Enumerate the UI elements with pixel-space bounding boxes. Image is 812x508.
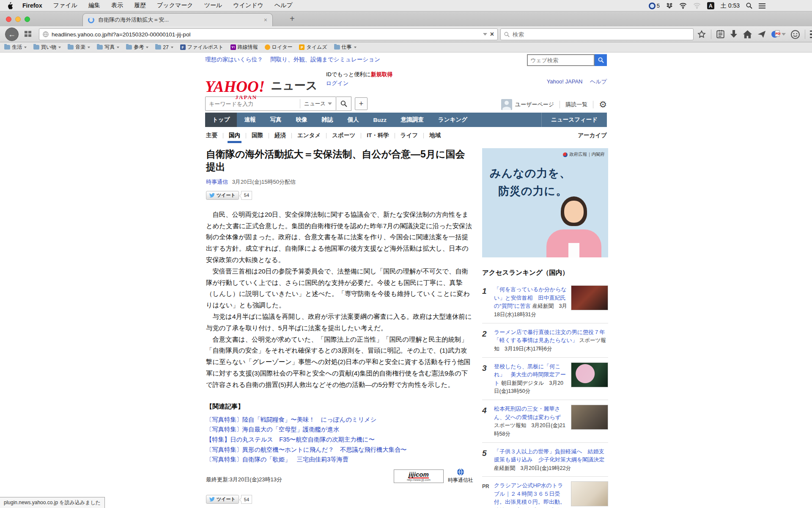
nav-flash[interactable]: 速報 [237, 113, 263, 127]
site-identity-globe-icon[interactable] [43, 31, 49, 37]
cat-archive[interactable]: アーカイブ [578, 132, 607, 139]
pr-link[interactable]: クラシアン公式HP水のトラブル｜２４時間３６５日受付。出張見積０円。即出動。他社… [494, 482, 566, 508]
gear-icon[interactable]: ⚙ [599, 99, 607, 110]
menu-firefox[interactable]: Firefox [22, 2, 42, 9]
url-bar[interactable]: × [39, 28, 498, 40]
url-input[interactable] [52, 31, 480, 38]
related-link[interactable]: 【特集】日の丸ステルス F35〜航空自衛隊の次期主力機に〜 [206, 435, 473, 445]
menu-window[interactable]: ウインドウ [233, 2, 263, 9]
cat-sports[interactable]: スポーツ [326, 132, 361, 139]
bookmark-folder-work[interactable]: 仕事 [334, 44, 357, 51]
related-link[interactable]: 〔写真特集〕陸自「戦闘糧食」〜美味！ にっぽんのミリメシ [206, 415, 473, 425]
menu-view[interactable]: 表示 [111, 2, 123, 9]
close-window-button[interactable] [6, 17, 11, 22]
dropbox-icon[interactable] [666, 3, 673, 9]
user-page-link[interactable]: ユーザーページ [515, 101, 554, 108]
pr-thumbnail[interactable] [571, 481, 608, 506]
cat-entertainment[interactable]: エンタメ [292, 132, 326, 139]
add-search-button[interactable]: + [355, 97, 368, 110]
notification-center-icon[interactable] [759, 3, 765, 8]
cat-domestic[interactable]: 国内 [223, 132, 246, 139]
nav-ranking[interactable]: ランキング [431, 113, 475, 127]
ranking-thumbnail[interactable] [571, 285, 608, 310]
web-search-button[interactable] [595, 54, 607, 66]
menu-edit[interactable]: 編集 [88, 2, 100, 9]
nav-photo[interactable]: 写真 [263, 113, 288, 127]
cat-economy[interactable]: 経済 [269, 132, 291, 139]
source-link[interactable]: 時事通信 [206, 179, 228, 185]
login-link[interactable]: ログイン [326, 79, 393, 88]
browser-search-field[interactable] [500, 28, 694, 40]
nav-top[interactable]: トップ [205, 113, 237, 127]
cat-major[interactable]: 主要 [205, 132, 223, 139]
url-dropdown-icon[interactable] [483, 33, 487, 36]
menu-hamburger-icon[interactable] [810, 30, 812, 39]
tweet-button[interactable]: ツイート [206, 191, 239, 200]
minimize-window-button[interactable] [15, 17, 21, 22]
bookmark-reuters[interactable]: ロイター [265, 44, 293, 51]
bookmark-transit[interactable]: Y!路線情報 [230, 44, 258, 51]
menu-help[interactable]: ヘルプ [274, 2, 293, 9]
input-source-icon[interactable]: A [707, 2, 714, 9]
register-link[interactable]: 新規取得 [371, 71, 393, 77]
menu-bookmarks[interactable]: ブックマーク [157, 2, 193, 9]
bookmark-folder-photo[interactable]: 写真 [97, 44, 119, 51]
promo-link-2[interactable]: 間取り、外観、設備までシミュレーション [270, 56, 380, 63]
nav-survey[interactable]: 意識調査 [394, 113, 431, 127]
cat-it-science[interactable]: IT・科学 [361, 132, 395, 139]
wifi-dim-icon[interactable] [693, 3, 701, 9]
cat-region[interactable]: 地域 [424, 132, 446, 139]
apple-icon[interactable] [7, 2, 13, 9]
feedback-smiley-icon[interactable] [790, 30, 800, 39]
ranking-thumbnail[interactable] [571, 362, 608, 387]
menu-history[interactable]: 履歴 [134, 2, 146, 9]
cat-world[interactable]: 国際 [246, 132, 269, 139]
creative-cloud-icon[interactable]: 5 [649, 3, 660, 9]
promo-link-1[interactable]: 理想の家はいくら位？ [205, 56, 263, 63]
back-button[interactable]: ← [5, 28, 19, 41]
bookmark-star-icon[interactable] [697, 30, 706, 39]
new-tab-button[interactable]: + [290, 14, 295, 24]
bookmark-folder-27[interactable]: 27 [155, 44, 173, 50]
pdf-dropdown-icon[interactable] [782, 33, 786, 36]
subscriptions-link[interactable]: 購読一覧 [565, 101, 587, 108]
cat-life[interactable]: ライフ [395, 132, 423, 139]
spotlight-search-icon[interactable] [746, 3, 752, 9]
nav-newsfeed[interactable]: ニュースフィード [541, 113, 607, 127]
bookmark-folder-shopping[interactable]: 買い物 [33, 44, 61, 51]
nav-video[interactable]: 映像 [288, 113, 314, 127]
ranking-link[interactable]: 松本死刑囚の三女・麗華さん、父への愛情は変わらず [494, 406, 561, 420]
related-link[interactable]: 〔写真特集〕海自最大の「空母型」護衛艦が進水 [206, 425, 473, 435]
government-ad-banner[interactable]: 政府広報｜内閣府 みんなの力を、 防災の力に。 [482, 148, 608, 257]
search-category-dropdown[interactable]: ニュース [300, 99, 336, 108]
news-search-input[interactable] [206, 101, 300, 107]
bookmark-folder-reference[interactable]: 参考 [126, 44, 148, 51]
help-link[interactable]: ヘルプ [590, 78, 607, 85]
ranking-thumbnail[interactable] [571, 405, 608, 430]
tab-groups-icon[interactable] [25, 31, 31, 37]
web-search-input[interactable] [527, 54, 595, 66]
stop-loading-icon[interactable]: × [490, 30, 494, 38]
yahoo-japan-logo[interactable]: YAHOO! JAPAN [205, 77, 265, 96]
jiji-press-logo[interactable]: 時事通信社 [448, 468, 473, 484]
service-name-news[interactable]: ニュース [271, 79, 318, 92]
pdf-tool-button[interactable]: PDF [771, 29, 786, 39]
bookmarks-panel-icon[interactable] [716, 30, 725, 39]
nav-magazine[interactable]: 雑誌 [314, 113, 340, 127]
bookmark-folder-music[interactable]: 音楽 [68, 44, 90, 51]
news-search-button[interactable] [336, 97, 351, 111]
downloads-icon[interactable] [730, 30, 738, 39]
home-icon[interactable] [743, 30, 752, 39]
ranking-link[interactable]: 「子供３人以上の世帯」負担軽減へ 結婚支援策も盛り込み 少子化対策大綱を閣議決定 [494, 448, 604, 463]
menu-file[interactable]: ファイル [53, 2, 77, 9]
send-page-icon[interactable] [757, 30, 766, 39]
nav-personal[interactable]: 個人 [340, 113, 366, 127]
menu-tools[interactable]: ツール [204, 2, 222, 9]
menubar-clock[interactable]: 土 0:53 [721, 2, 740, 10]
browser-tab[interactable]: 自衛隊の海外活動拡大＝安... × [82, 13, 273, 26]
browser-search-input[interactable] [513, 31, 690, 38]
bookmark-times[interactable]: Pタイムズ [299, 44, 327, 51]
user-avatar[interactable] [501, 99, 512, 110]
zoom-window-button[interactable] [25, 17, 30, 22]
related-link[interactable]: 〔写真特集〕自衛隊の「歌姫」 三宅由佳莉3等海曹 [206, 455, 473, 465]
